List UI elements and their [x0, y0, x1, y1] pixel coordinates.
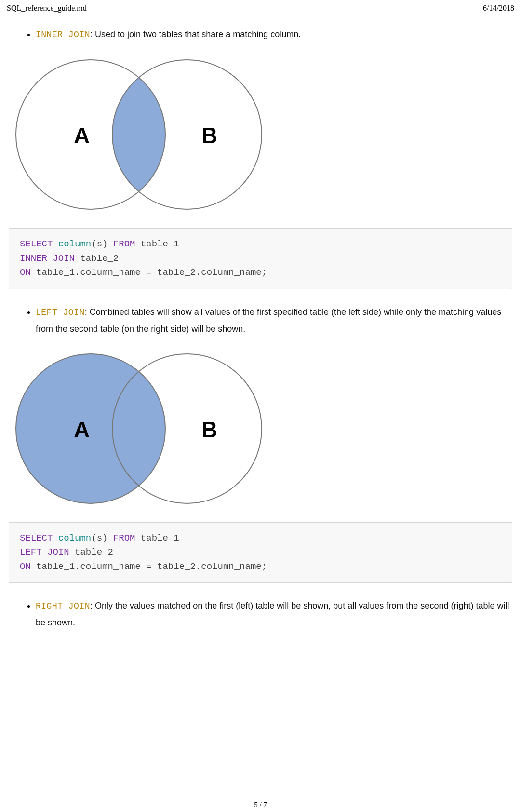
venn-left-join: A B	[9, 347, 512, 511]
left-join-keyword: LEFT JOIN	[36, 308, 85, 317]
page-content: INNER JOIN: Used to join two tables that…	[7, 26, 514, 631]
page-footer: 5 / 7	[0, 801, 521, 809]
venn-label-b: B	[201, 417, 217, 442]
venn-label-b: B	[201, 123, 217, 148]
venn-inner-join: A B	[9, 53, 512, 217]
venn-diagram-icon: A B	[9, 53, 269, 217]
bullet-item-right-join: RIGHT JOIN: Only the values matched on t…	[36, 597, 512, 631]
page-container: SQL_reference_guide.md 6/14/2018 INNER J…	[0, 0, 521, 812]
svg-point-4	[16, 354, 165, 503]
code-block-left-join: SELECT column(s) FROM table_1 LEFT JOIN …	[9, 522, 512, 583]
right-join-keyword: RIGHT JOIN	[36, 601, 90, 611]
page-number: 5 / 7	[254, 801, 267, 809]
bullet-list: LEFT JOIN: Combined tables will show all…	[9, 304, 512, 337]
header-date: 6/14/2018	[483, 4, 514, 13]
bullet-list: INNER JOIN: Used to join two tables that…	[9, 26, 512, 43]
inner-join-desc: : Used to join two tables that share a m…	[90, 29, 301, 39]
left-join-desc: : Combined tables will show all values o…	[36, 307, 501, 334]
inner-join-keyword: INNER JOIN	[36, 30, 90, 40]
bullet-item-left-join: LEFT JOIN: Combined tables will show all…	[36, 304, 512, 337]
venn-label-a: A	[74, 123, 90, 148]
header-filename: SQL_reference_guide.md	[7, 4, 87, 13]
venn-diagram-icon: A B	[9, 347, 269, 511]
code-block-inner-join: SELECT column(s) FROM table_1 INNER JOIN…	[9, 228, 512, 289]
right-join-desc: : Only the values matched on the first (…	[36, 601, 509, 627]
venn-label-a: A	[74, 417, 90, 442]
svg-point-1	[112, 60, 262, 209]
page-header: SQL_reference_guide.md 6/14/2018	[7, 4, 514, 13]
bullet-list: RIGHT JOIN: Only the values matched on t…	[9, 597, 512, 631]
bullet-item-inner-join: INNER JOIN: Used to join two tables that…	[36, 26, 512, 43]
